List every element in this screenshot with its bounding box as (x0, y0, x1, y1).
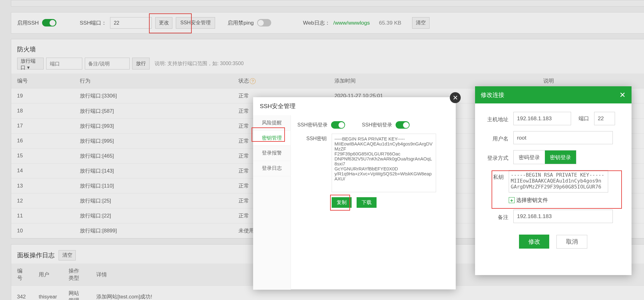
tab-key[interactable]: 密钥登录 (545, 150, 576, 164)
edit-connection-dialog: 修改连接 ✕ 主机地址 端口 用户名 登录方式 密码登录 密钥登录 私钥 + (475, 86, 632, 275)
nav-risk[interactable]: 风险提醒 (253, 115, 291, 131)
remark-label: 备注 (485, 212, 508, 221)
host-label: 主机地址 (485, 114, 508, 123)
save-connection-button[interactable]: 修改 (519, 235, 549, 249)
ssh-pwd-login-label: SSH密码登录 (297, 122, 328, 128)
ssh-security-dialog: ✕ SSH安全管理 风险提醒 密钥管理 登录报警 登录日志 SSH密码登录 SS… (253, 97, 456, 289)
private-key-textarea[interactable] (509, 170, 608, 193)
login-method-tabs: 密码登录 密钥登录 (513, 150, 576, 164)
copy-key-button[interactable]: 复制 (332, 197, 352, 208)
ssh-key-login-toggle[interactable] (396, 121, 410, 129)
user-label: 用户名 (485, 133, 508, 142)
nav-key[interactable]: 密钥管理 (253, 131, 291, 146)
close-icon[interactable]: ✕ (619, 91, 626, 99)
login-method-label: 登录方式 (485, 153, 508, 162)
ssh-pwd-login-toggle[interactable] (331, 121, 345, 129)
ssh-key-login-label: SSH密钥登录 (362, 122, 392, 128)
ssh-dialog-nav: 风险提醒 密钥管理 登录报警 登录日志 (253, 115, 291, 290)
close-icon[interactable]: ✕ (450, 92, 461, 103)
cancel-connection-button[interactable]: 取消 (556, 235, 587, 249)
tab-password[interactable]: 密码登录 (514, 150, 545, 164)
plus-icon: + (509, 197, 515, 203)
ssh-dialog-title: SSH安全管理 (253, 97, 456, 115)
port-input[interactable] (594, 112, 615, 125)
port-label: 端口 (579, 115, 589, 122)
ssh-key-textarea[interactable] (332, 134, 436, 192)
download-key-button[interactable]: 下载 (357, 197, 377, 208)
pick-key-file-button[interactable]: + 选择密钥文件 (509, 197, 548, 204)
remark-input[interactable] (513, 210, 613, 223)
ssh-key-label: SSH密钥 (297, 134, 327, 142)
nav-alert[interactable]: 登录报警 (253, 146, 291, 161)
private-key-label: 私钥 (485, 170, 504, 181)
nav-log[interactable]: 登录日志 (253, 161, 291, 176)
conn-dialog-title: 修改连接 (481, 91, 504, 99)
user-input[interactable] (513, 131, 613, 145)
host-input[interactable] (513, 112, 571, 125)
